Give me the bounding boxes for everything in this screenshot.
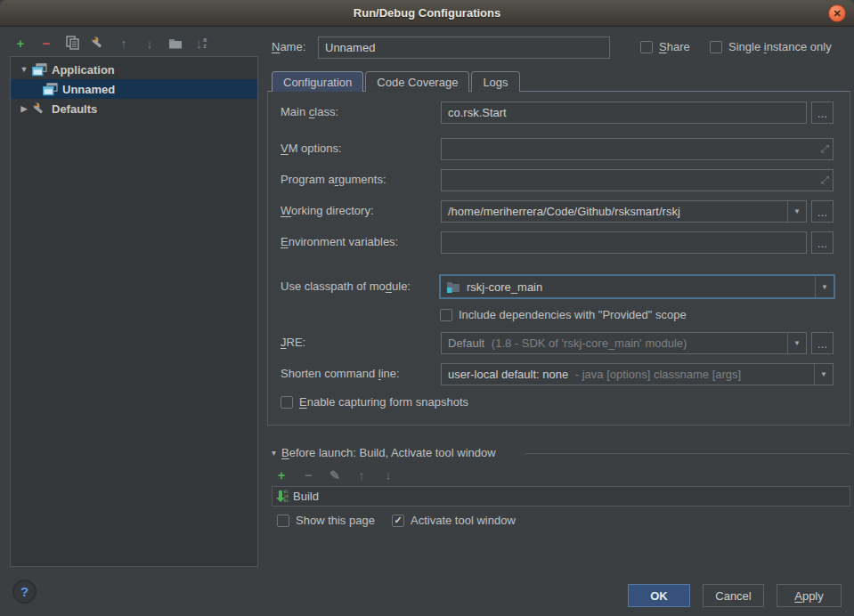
tree-collapsed-icon[interactable]: ▶ — [19, 104, 29, 113]
copy-configuration-icon[interactable] — [64, 35, 80, 51]
before-launch-toolbar: + − ✎ ↑ ↓ — [273, 467, 396, 483]
module-combo[interactable]: rskj-core_main ▼ — [439, 274, 835, 299]
main-class-browse-button[interactable]: … — [811, 101, 834, 124]
tree-node-unnamed[interactable]: Unnamed — [11, 79, 257, 99]
remove-configuration-icon[interactable]: − — [38, 35, 54, 51]
main-class-input[interactable] — [442, 102, 806, 123]
capture-snapshots-row: Enable capturing form snapshots — [281, 395, 468, 409]
svg-text:01: 01 — [284, 498, 289, 503]
working-directory-combo[interactable]: /home/meriherrera/Code/Github/rsksmart/r… — [441, 200, 807, 223]
vm-options-label: VM options: — [281, 138, 342, 159]
edit-task-icon[interactable]: ✎ — [327, 467, 343, 483]
tab-logs[interactable]: Logs — [471, 71, 519, 92]
tab-bar: Configuration Code Coverage Logs — [272, 71, 522, 92]
main-class-label: Main class: — [281, 101, 338, 123]
folder-icon[interactable] — [167, 35, 183, 51]
name-field-wrap — [318, 36, 610, 59]
jre-browse-button[interactable]: … — [811, 332, 834, 354]
edit-defaults-wrench-icon[interactable] — [90, 35, 106, 51]
dropdown-arrow-icon[interactable]: ▼ — [814, 364, 833, 385]
jre-hint: (1.8 - SDK of 'rskj-core_main' module) — [488, 336, 687, 350]
module-label: Use classpath of module: — [281, 276, 411, 297]
sort-alphabetically-icon[interactable]: ↓ az — [193, 35, 209, 51]
capture-snapshots-label: Enable capturing form snapshots — [299, 395, 468, 409]
include-provided-checkbox[interactable] — [440, 309, 452, 321]
tree-node-label: Application — [52, 63, 115, 77]
environment-variables-browse-button[interactable]: … — [811, 231, 834, 254]
jre-value: Default — [448, 336, 484, 350]
build-icon: 01 10 01 — [275, 489, 289, 504]
close-icon[interactable]: ✕ — [828, 4, 846, 22]
program-arguments-label: Program arguments: — [281, 169, 386, 190]
move-down-icon[interactable]: ↓ — [142, 35, 158, 51]
program-arguments-input[interactable] — [442, 170, 833, 190]
tab-code-coverage[interactable]: Code Coverage — [365, 71, 469, 92]
activate-tool-window-label: Activate tool window — [411, 514, 516, 527]
title-bar[interactable]: Run/Debug Configurations ✕ — [0, 0, 854, 27]
single-instance-checkbox[interactable] — [710, 41, 722, 53]
vm-options-field-wrap: ⤢ — [441, 138, 834, 160]
before-launch-task-build[interactable]: 01 10 01 Build — [272, 486, 850, 507]
application-icon — [32, 63, 47, 77]
defaults-wrench-icon — [32, 101, 47, 116]
show-this-page-row: Show this page — [277, 514, 375, 527]
dropdown-arrow-icon[interactable]: ▼ — [787, 201, 806, 222]
program-arguments-field-wrap: ⤢ — [441, 169, 834, 191]
apply-button[interactable]: Apply — [777, 584, 842, 607]
show-this-page-checkbox[interactable] — [277, 515, 289, 527]
remove-task-icon[interactable]: − — [300, 467, 316, 483]
dialog-title: Run/Debug Configurations — [354, 6, 500, 20]
add-task-icon[interactable]: + — [273, 467, 289, 483]
name-label: Name: — [272, 36, 305, 58]
shorten-hint: - java [options] classname [args] — [572, 368, 741, 381]
single-instance-checkbox-row: Single instance only — [710, 40, 832, 53]
before-launch-title: Before launch: Build, Activate tool wind… — [281, 446, 496, 459]
vm-options-input[interactable] — [442, 139, 833, 159]
cancel-button[interactable]: Cancel — [703, 584, 764, 607]
tree-expanded-icon[interactable]: ▼ — [19, 65, 29, 74]
build-task-label: Build — [293, 490, 319, 503]
section-divider — [525, 453, 850, 454]
share-label: Share — [659, 40, 690, 53]
move-up-icon[interactable]: ↑ — [116, 35, 132, 51]
before-launch-header[interactable]: ▾ Before launch: Build, Activate tool wi… — [272, 446, 496, 459]
activate-tool-window-checkbox[interactable]: ✓ — [392, 515, 404, 527]
application-icon — [43, 83, 58, 96]
tree-node-defaults[interactable]: ▶ Defaults — [11, 99, 257, 118]
expand-editor-icon[interactable]: ⤢ — [820, 142, 829, 155]
working-directory-value: /home/meriherrera/Code/Github/rsksmart/r… — [442, 205, 787, 218]
name-input[interactable] — [319, 37, 609, 58]
dropdown-arrow-icon[interactable]: ▼ — [815, 276, 834, 297]
share-checkbox-row: Share — [640, 40, 690, 53]
expand-editor-icon[interactable]: ⤢ — [820, 174, 829, 186]
help-icon[interactable]: ? — [12, 580, 37, 604]
tree-node-label: Unnamed — [62, 83, 115, 96]
tree-node-application[interactable]: ▼ Application — [11, 60, 257, 79]
task-up-icon[interactable]: ↑ — [354, 467, 370, 483]
environment-variables-field-wrap — [441, 231, 807, 254]
shorten-command-line-combo[interactable]: user-local default: none - java [options… — [441, 363, 834, 385]
include-provided-row: Include dependencies with "Provided" sco… — [440, 308, 687, 321]
dropdown-arrow-icon[interactable]: ▼ — [787, 333, 806, 353]
run-debug-configurations-dialog: Run/Debug Configurations ✕ + − ↑ ↓ ↓ az … — [0, 0, 854, 616]
shorten-command-line-label: Shorten command line: — [281, 363, 400, 385]
jre-combo[interactable]: Default (1.8 - SDK of 'rskj-core_main' m… — [441, 332, 807, 354]
shorten-value: user-local default: none — [448, 368, 568, 381]
add-configuration-icon[interactable]: + — [12, 35, 28, 51]
single-instance-label: Single instance only — [728, 40, 832, 53]
configurations-toolbar: + − ↑ ↓ ↓ az — [12, 33, 209, 53]
task-down-icon[interactable]: ↓ — [380, 467, 396, 483]
share-checkbox[interactable] — [640, 41, 653, 53]
include-provided-label: Include dependencies with "Provided" sco… — [459, 308, 687, 321]
capture-snapshots-checkbox[interactable] — [281, 396, 293, 409]
main-class-field-wrap — [441, 101, 807, 124]
module-folder-icon — [446, 280, 460, 293]
section-collapse-icon[interactable]: ▾ — [272, 448, 276, 458]
environment-variables-input[interactable] — [442, 232, 806, 253]
tab-configuration[interactable]: Configuration — [272, 71, 363, 92]
working-directory-label: Working directory: — [281, 200, 374, 222]
ok-button[interactable]: OK — [628, 584, 690, 607]
working-directory-browse-button[interactable]: … — [811, 200, 834, 223]
module-value: rskj-core_main — [460, 280, 815, 294]
tree-node-label: Defaults — [52, 102, 97, 116]
